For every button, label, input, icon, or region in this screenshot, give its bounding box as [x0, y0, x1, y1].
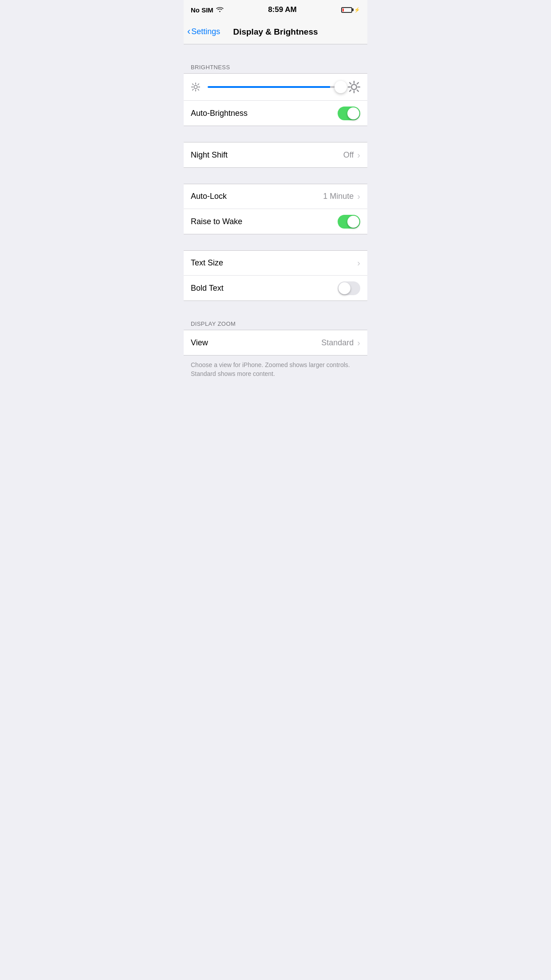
footnote-text: Choose a view for iPhone. Zoomed shows l… — [191, 361, 350, 377]
wifi-icon — [216, 6, 224, 13]
text-size-row[interactable]: Text Size › — [184, 251, 367, 276]
text-size-right: › — [357, 258, 360, 268]
night-shift-chevron-icon: › — [357, 150, 360, 160]
night-shift-right: Off › — [343, 150, 360, 160]
text-group: Text Size › Bold Text — [184, 250, 367, 301]
back-chevron-icon: ‹ — [187, 27, 190, 36]
section-gap-2 — [184, 126, 367, 142]
auto-brightness-toggle[interactable] — [338, 107, 360, 120]
view-label: View — [191, 338, 208, 348]
status-left: No SIM — [191, 6, 224, 14]
nav-bar: ‹ Settings Display & Brightness — [184, 20, 367, 44]
back-label: Settings — [191, 27, 220, 36]
view-chevron-icon: › — [357, 338, 360, 348]
brightness-section-header: BRIGHTNESS — [184, 60, 367, 73]
section-gap-5 — [184, 301, 367, 317]
back-button[interactable]: ‹ Settings — [187, 27, 220, 36]
auto-brightness-row: Auto-Brightness — [184, 101, 367, 126]
page-title: Display & Brightness — [233, 27, 318, 37]
bold-text-label: Bold Text — [191, 284, 224, 293]
charging-icon: ⚡ — [354, 7, 360, 13]
night-shift-row[interactable]: Night Shift Off › — [184, 142, 367, 167]
svg-point-9 — [351, 84, 357, 90]
view-row[interactable]: View Standard › — [184, 330, 367, 355]
status-bar: No SIM 8:59 AM ⚡ — [184, 0, 367, 20]
sun-small-icon — [191, 82, 201, 92]
svg-line-16 — [357, 83, 358, 84]
svg-line-15 — [357, 90, 358, 91]
svg-line-7 — [198, 84, 199, 85]
auto-lock-value: 1 Minute — [323, 192, 354, 201]
section-gap-top — [184, 44, 367, 60]
text-size-chevron-icon: › — [357, 258, 360, 268]
svg-point-0 — [194, 85, 197, 88]
carrier-label: No SIM — [191, 6, 213, 14]
auto-lock-label: Auto-Lock — [191, 192, 227, 201]
section-gap-4 — [184, 234, 367, 250]
night-shift-group: Night Shift Off › — [184, 142, 367, 168]
svg-line-17 — [350, 90, 351, 91]
display-zoom-footnote: Choose a view for iPhone. Zoomed shows l… — [184, 356, 367, 383]
display-zoom-header: DISPLAY ZOOM — [184, 317, 367, 330]
autolock-group: Auto-Lock 1 Minute › Raise to Wake — [184, 184, 367, 234]
svg-line-5 — [193, 84, 193, 85]
auto-lock-row[interactable]: Auto-Lock 1 Minute › — [184, 184, 367, 209]
raise-to-wake-label: Raise to Wake — [191, 217, 242, 226]
display-zoom-group: View Standard › — [184, 330, 367, 356]
view-right: Standard › — [321, 338, 360, 348]
svg-line-14 — [350, 83, 351, 84]
status-time: 8:59 AM — [268, 5, 297, 14]
section-gap-3 — [184, 168, 367, 184]
raise-to-wake-toggle[interactable] — [338, 215, 360, 229]
night-shift-value: Off — [343, 150, 354, 160]
battery-icon — [341, 7, 352, 13]
brightness-group: Auto-Brightness — [184, 73, 367, 126]
view-value: Standard — [321, 338, 354, 348]
night-shift-label: Night Shift — [191, 150, 228, 160]
bold-text-row: Bold Text — [184, 276, 367, 300]
svg-line-8 — [193, 89, 193, 90]
auto-lock-right: 1 Minute › — [323, 191, 360, 202]
status-right: ⚡ — [341, 7, 360, 13]
svg-line-6 — [198, 89, 199, 90]
sun-large-icon — [348, 81, 360, 93]
bold-text-toggle[interactable] — [338, 281, 360, 295]
auto-brightness-label: Auto-Brightness — [191, 109, 248, 118]
raise-to-wake-row: Raise to Wake — [184, 209, 367, 234]
brightness-slider-row — [184, 74, 367, 101]
brightness-slider[interactable] — [208, 86, 341, 88]
auto-lock-chevron-icon: › — [357, 191, 360, 202]
text-size-label: Text Size — [191, 258, 223, 268]
